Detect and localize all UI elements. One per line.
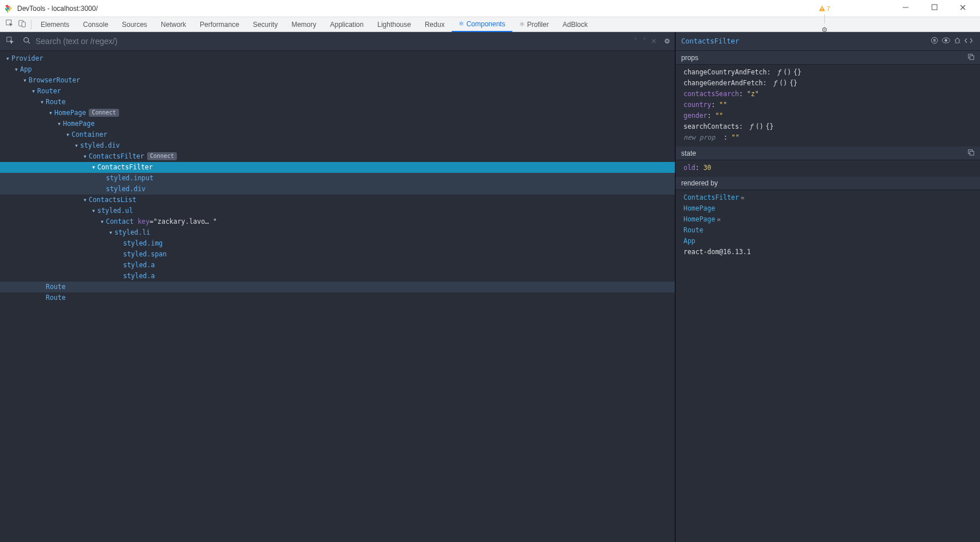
component-tree[interactable]: ▾Provider▾App▾BrowserRouter▾Router▾Route… xyxy=(0,51,675,542)
expand-arrow-icon[interactable]: ▾ xyxy=(23,75,29,86)
component-label: styled.a xyxy=(123,261,155,269)
tab-label: Sources xyxy=(122,21,147,29)
search-next-icon[interactable]: ˅ xyxy=(640,37,649,45)
tree-row[interactable]: ▾HomePage xyxy=(0,118,675,129)
props-section-header: props xyxy=(675,51,980,65)
inspect-icon[interactable] xyxy=(3,19,16,29)
copy-state-icon[interactable] xyxy=(967,149,974,157)
tab-security[interactable]: Security xyxy=(246,17,284,32)
device-toggle-icon[interactable] xyxy=(16,19,29,29)
details-header: ContactsFilter xyxy=(675,32,980,51)
inspect-dom-icon[interactable] xyxy=(940,37,951,46)
tab-lighthouse[interactable]: Lighthouse xyxy=(370,17,418,32)
expand-arrow-icon[interactable]: ▾ xyxy=(6,53,11,64)
view-source-icon[interactable] xyxy=(963,37,974,46)
expand-arrow-icon[interactable]: ▾ xyxy=(31,86,37,97)
tree-row[interactable]: styled.div xyxy=(0,184,675,195)
prop-row[interactable]: changeGenderAndFetch: ƒ(){} xyxy=(683,78,980,89)
tree-row[interactable]: ▾App xyxy=(0,64,675,75)
rendered-by-item[interactable]: HomePage xyxy=(683,203,980,214)
tab-components[interactable]: ⚛Components xyxy=(452,17,512,32)
react-icon: ⚛ xyxy=(519,21,525,28)
tree-row[interactable]: ▾ContactsFilter xyxy=(0,162,675,173)
expand-arrow-icon[interactable]: ▾ xyxy=(83,195,89,205)
tree-row[interactable]: ▾Container xyxy=(0,129,675,140)
expand-arrow-icon[interactable]: ▾ xyxy=(74,140,80,151)
rendered-by-item[interactable]: Route xyxy=(683,225,980,236)
tree-row[interactable]: styled.a xyxy=(0,271,675,282)
tab-sources[interactable]: Sources xyxy=(115,17,154,32)
tree-row[interactable]: Route xyxy=(0,292,675,303)
prop-row[interactable]: country: "" xyxy=(683,100,980,110)
expand-arrow-icon[interactable]: ▾ xyxy=(49,108,54,118)
tree-row[interactable]: ▾HomePageConnect xyxy=(0,108,675,118)
expand-arrow-icon[interactable]: ▾ xyxy=(83,151,89,162)
component-label: styled.span xyxy=(123,250,167,258)
tree-row[interactable]: ▾Provider xyxy=(0,53,675,64)
tree-row[interactable]: ▾Route xyxy=(0,97,675,108)
search-prev-icon[interactable]: ˄ xyxy=(631,37,640,45)
search-clear-icon[interactable]: ✕ xyxy=(649,37,658,45)
prop-row[interactable]: gender: "" xyxy=(683,110,980,121)
tab-performance[interactable]: Performance xyxy=(193,17,246,32)
copy-props-icon[interactable] xyxy=(967,53,974,62)
expand-arrow-icon[interactable]: ▾ xyxy=(57,118,63,129)
rendered-by-item[interactable]: App xyxy=(683,236,980,247)
tab-label: Application xyxy=(330,21,364,29)
tab-label: Components xyxy=(467,20,505,28)
tree-row[interactable]: ▾Contact key="zackary.lavo… " xyxy=(0,216,675,227)
tab-memory[interactable]: Memory xyxy=(284,17,323,32)
rendered-by-item[interactable]: HomePage≡ xyxy=(683,214,980,225)
component-label: Container xyxy=(72,130,107,139)
tab-label: Profiler xyxy=(527,21,549,29)
component-label: HomePage xyxy=(63,120,94,128)
tree-row[interactable]: Route xyxy=(0,282,675,292)
tree-row[interactable]: ▾ContactsList xyxy=(0,195,675,205)
tree-row[interactable]: ▾styled.li xyxy=(0,227,675,238)
tree-row[interactable]: ▾styled.div xyxy=(0,140,675,151)
tree-row[interactable]: ▾Router xyxy=(0,86,675,97)
tab-network[interactable]: Network xyxy=(154,17,193,32)
prop-row[interactable]: changeCountryAndFetch: ƒ(){} xyxy=(683,67,980,78)
tree-row[interactable]: styled.a xyxy=(0,260,675,271)
expand-arrow-icon[interactable]: ▾ xyxy=(14,64,20,75)
tree-row[interactable]: styled.img xyxy=(0,238,675,249)
tab-elements[interactable]: Elements xyxy=(34,17,76,32)
expand-arrow-icon[interactable]: ▾ xyxy=(40,97,46,108)
tab-label: Memory xyxy=(291,21,316,29)
component-label: styled.li xyxy=(114,228,150,236)
expand-arrow-icon[interactable]: ▾ xyxy=(109,227,114,238)
warnings-badge[interactable]: 7 xyxy=(819,5,830,12)
prop-row[interactable]: searchContacts: ƒ(){} xyxy=(683,121,980,132)
component-label: styled.a xyxy=(123,272,155,280)
expand-arrow-icon[interactable]: ▾ xyxy=(92,205,97,216)
state-list[interactable]: old: 30 xyxy=(675,160,980,177)
search-input[interactable] xyxy=(35,37,631,46)
new-prop-row[interactable]: new prop: "" xyxy=(683,132,980,143)
props-list[interactable]: changeCountryAndFetch: ƒ(){}changeGender… xyxy=(675,65,980,147)
component-label: BrowserRouter xyxy=(29,76,80,84)
tab-application[interactable]: Application xyxy=(323,17,371,32)
components-settings-icon[interactable]: ⚙ xyxy=(664,37,670,45)
prop-row[interactable]: old: 30 xyxy=(683,163,980,173)
tree-row[interactable]: styled.input xyxy=(0,173,675,184)
tab-profiler[interactable]: ⚛Profiler xyxy=(512,17,556,32)
tab-console[interactable]: Console xyxy=(76,17,115,32)
expand-arrow-icon[interactable]: ▾ xyxy=(100,216,106,227)
key-annotation: key="zackary.lavo… " xyxy=(133,217,216,225)
tab-label: Performance xyxy=(200,21,239,29)
tree-row[interactable]: styled.span xyxy=(0,249,675,260)
suspend-icon[interactable] xyxy=(928,37,940,46)
rendered-by-item[interactable]: ContactsFilter≡ xyxy=(683,192,980,203)
expand-arrow-icon[interactable]: ▾ xyxy=(66,129,72,140)
expand-arrow-icon[interactable]: ▾ xyxy=(92,162,97,173)
tree-row[interactable]: ▾styled.ul xyxy=(0,205,675,216)
tab-adblock[interactable]: AdBlock xyxy=(556,17,595,32)
tab-redux[interactable]: Redux xyxy=(418,17,452,32)
debug-icon[interactable] xyxy=(951,37,963,46)
prop-row[interactable]: contactsSearch: "z" xyxy=(683,89,980,100)
svg-point-13 xyxy=(931,37,938,43)
select-element-icon[interactable] xyxy=(5,37,16,46)
tree-row[interactable]: ▾ContactsFilterConnect xyxy=(0,151,675,162)
tree-row[interactable]: ▾BrowserRouter xyxy=(0,75,675,86)
